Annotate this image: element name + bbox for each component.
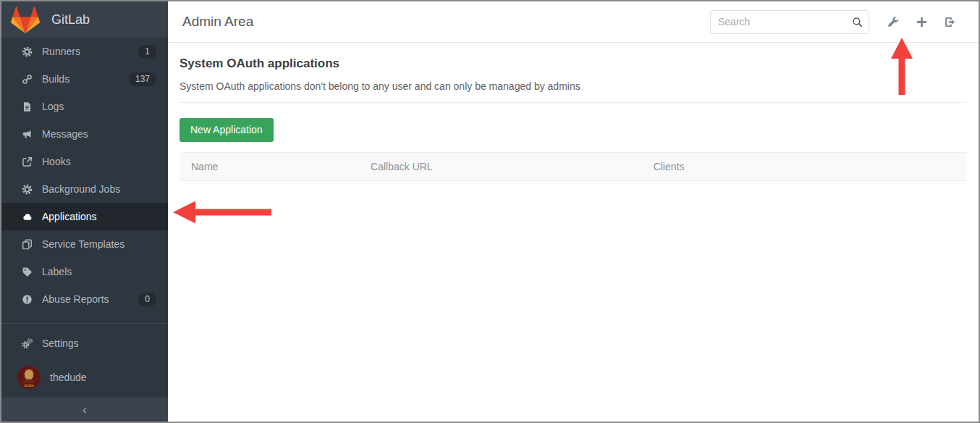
sidebar-item-background-jobs[interactable]: Background Jobs bbox=[1, 175, 168, 203]
sidebar-item-label: Settings bbox=[42, 338, 79, 349]
cloud-icon bbox=[21, 211, 33, 222]
sidebar-item-label: Builds bbox=[42, 73, 69, 85]
content-divider bbox=[179, 102, 967, 103]
count-badge: 137 bbox=[129, 72, 156, 86]
oauth-applications-table: NameCallback URLClients bbox=[179, 152, 967, 181]
column-header-callback-url: Callback URL bbox=[359, 153, 642, 181]
main-area: Admin Area System OAuth applications Sys… bbox=[168, 1, 979, 422]
sidebar-item-builds[interactable]: Builds137 bbox=[1, 65, 168, 93]
section-description: System OAuth applications don't belong t… bbox=[179, 80, 967, 92]
page-title: Admin Area bbox=[182, 14, 253, 30]
sidebar-item-label: Applications bbox=[42, 211, 97, 222]
plus-icon bbox=[916, 16, 928, 28]
section-heading: System OAuth applications bbox=[179, 56, 967, 71]
count-badge: 1 bbox=[138, 45, 156, 59]
user-name: thedude bbox=[50, 372, 87, 383]
chevron-left-icon: ‹ bbox=[83, 403, 86, 416]
gitlab-home-link[interactable]: GitLab bbox=[1, 1, 168, 38]
search-input[interactable] bbox=[710, 10, 869, 34]
link-icon bbox=[21, 73, 33, 85]
column-header-clients: Clients bbox=[642, 153, 967, 181]
new-project-button[interactable] bbox=[908, 16, 936, 28]
sign-out-icon bbox=[944, 16, 956, 28]
sidebar-item-service-templates[interactable]: Service Templates bbox=[1, 230, 168, 258]
sidebar: GitLab Runners1Builds137LogsMessagesHook… bbox=[1, 1, 168, 422]
gitlab-admin-window: GitLab Runners1Builds137LogsMessagesHook… bbox=[0, 0, 980, 423]
gitlab-logo-text: GitLab bbox=[51, 12, 90, 28]
sidebar-item-profile[interactable]: dude thedude bbox=[1, 357, 168, 398]
count-badge: 0 bbox=[138, 293, 156, 306]
search-box bbox=[710, 10, 869, 34]
sidebar-item-label: Runners bbox=[42, 46, 80, 57]
cog-icon bbox=[21, 46, 33, 57]
user-avatar: dude bbox=[17, 366, 41, 389]
sidebar-item-label: Labels bbox=[42, 266, 72, 277]
column-header-name: Name bbox=[179, 153, 359, 181]
sidebar-item-labels[interactable]: Labels bbox=[1, 258, 168, 285]
table-header-row: NameCallback URLClients bbox=[179, 153, 967, 181]
sidebar-item-abuse-reports[interactable]: Abuse Reports0 bbox=[1, 285, 168, 313]
header-actions bbox=[710, 10, 964, 34]
bullhorn-icon bbox=[21, 128, 33, 140]
sidebar-collapse-button[interactable]: ‹ bbox=[1, 398, 168, 422]
admin-wrench-button[interactable] bbox=[879, 16, 908, 28]
search-icon[interactable] bbox=[852, 17, 863, 28]
gitlab-tanuki-icon bbox=[11, 7, 40, 33]
external-link-icon bbox=[21, 156, 33, 167]
sidebar-item-applications[interactable]: Applications bbox=[1, 203, 168, 230]
file-text-icon bbox=[21, 101, 33, 112]
sidebar-divider bbox=[1, 323, 168, 324]
sign-out-button[interactable] bbox=[936, 16, 964, 28]
tag-icon bbox=[21, 266, 33, 277]
sidebar-item-label: Service Templates bbox=[42, 238, 124, 250]
sidebar-bottom: Settings dude thedude bbox=[1, 323, 168, 398]
cog-icon bbox=[21, 183, 33, 195]
cogs-icon bbox=[21, 338, 33, 349]
sidebar-item-settings[interactable]: Settings bbox=[1, 330, 168, 357]
new-application-button[interactable]: New Application bbox=[179, 118, 274, 142]
sidebar-item-runners[interactable]: Runners1 bbox=[1, 38, 168, 65]
sidebar-item-hooks[interactable]: Hooks bbox=[1, 148, 168, 175]
sidebar-item-label: Abuse Reports bbox=[42, 293, 109, 305]
sidebar-item-label: Logs bbox=[42, 101, 64, 112]
exclamation-circle-icon bbox=[21, 293, 33, 305]
sidebar-item-label: Background Jobs bbox=[42, 183, 120, 195]
sidebar-item-logs[interactable]: Logs bbox=[1, 93, 168, 120]
svg-text:dude: dude bbox=[24, 383, 34, 388]
wrench-icon bbox=[887, 16, 900, 28]
top-header: Admin Area bbox=[168, 1, 979, 43]
sidebar-item-label: Hooks bbox=[42, 156, 71, 167]
sidebar-nav: Runners1Builds137LogsMessagesHooksBackgr… bbox=[1, 38, 168, 313]
copy-icon bbox=[21, 238, 33, 250]
content-area: System OAuth applications System OAuth a… bbox=[168, 43, 979, 422]
sidebar-item-messages[interactable]: Messages bbox=[1, 120, 168, 148]
sidebar-item-label: Messages bbox=[42, 128, 88, 140]
